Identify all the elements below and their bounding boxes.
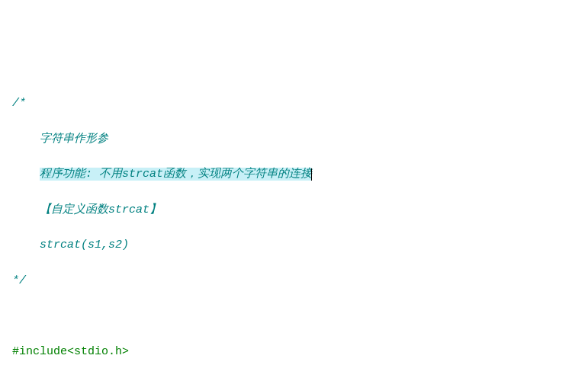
comment-block-end: */ — [12, 274, 26, 287]
comment-block-start: /* — [12, 97, 26, 110]
comment-line-3: 【自定义函数strcat】 — [40, 203, 161, 216]
comment-line-4: strcat(s1,s2) — [40, 239, 129, 251]
function-signature: void myStrCat(char str1[],char str2[]) — [12, 378, 582, 381]
blank-line — [12, 307, 582, 325]
include-directive: #include<stdio.h> — [12, 345, 129, 358]
comment-line-2-highlighted: 程序功能: 不用strcat函数，实现两个字符串的连接 — [40, 168, 312, 181]
text-caret — [311, 168, 312, 181]
comment-line-1: 字符串作形参 — [40, 133, 108, 146]
code-editor[interactable]: /* 字符串作形参 程序功能: 不用strcat函数，实现两个字符串的连接 【自… — [12, 77, 582, 381]
